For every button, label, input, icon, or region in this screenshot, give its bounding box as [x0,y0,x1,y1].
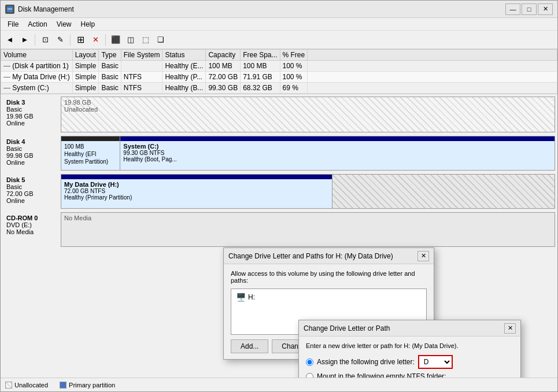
vol-layout: Simple [72,72,99,83]
titlebar-buttons: — □ ✕ [505,3,553,15]
forward-button[interactable]: ► [18,33,32,47]
disk-4-partitions: 100 MBHealthy (EFI System Partition) Sys… [61,136,555,171]
statusbar: Unallocated Primary partition [1,378,557,391]
vol-layout: Simple [72,61,99,72]
disk-5-data[interactable]: My Data Drive (H:) 72.00 GB NTFS Healthy… [61,175,332,208]
vol-status: Healthy (B... [162,83,206,94]
disk-4-efi[interactable]: 100 MBHealthy (EFI System Partition) [61,136,120,170]
drive-letter-select[interactable]: D E F G [418,355,453,369]
col-layout: Layout [72,50,99,61]
disk-3-unallocated[interactable]: 19.98 GBUnallocated [61,97,555,132]
dialog2-description: Enter a new drive letter or path for H: … [306,342,513,349]
vol-pctfree: 69 % [280,83,308,94]
assign-drive-letter-radio[interactable] [306,358,313,366]
col-freespace: Free Spa... [241,50,280,61]
legend-primary: Primary partition [60,382,115,389]
menu-view[interactable]: View [52,19,76,29]
toolbar-btn-8[interactable]: ◫ [124,33,138,47]
app-icon [5,5,14,14]
col-extra [308,50,557,61]
vol-name: — My Data Drive (H:) [1,72,73,83]
minimize-button[interactable]: — [505,3,520,15]
cdrom-no-media: No Media [61,213,555,246]
disk-4-system[interactable]: System (C:) 99.30 GB NTFS Healthy (Boot,… [120,136,555,170]
disk-4-row: Disk 4 Basic 99.98 GB Online 100 MBHealt… [3,136,555,171]
dialog2-titlebar: Change Drive Letter or Path ✕ [299,320,520,336]
add-button[interactable]: Add... [231,339,268,353]
vol-type: Basic [99,61,121,72]
close-button[interactable]: ✕ [538,3,553,15]
main-window: Disk Management — □ ✕ File Action View H… [0,0,558,392]
vol-layout: Simple [72,83,99,94]
vol-pctfree: 100 % [280,61,308,72]
dialog2-title: Change Drive Letter or Path [304,324,390,332]
vol-fs: NTFS [121,83,162,94]
window-title: Disk Management [18,5,74,13]
dialog2-close-button[interactable]: ✕ [504,323,516,334]
back-button[interactable]: ◄ [3,33,17,47]
col-status: Status [162,50,206,61]
legend-unallocated: Unallocated [5,382,48,389]
unalloc-legend-icon [5,382,12,389]
menu-file[interactable]: File [3,19,23,29]
radio-row-mount: Mount in the following empty NTFS folder… [306,372,513,378]
toolbar-btn-3[interactable]: ⊡ [38,33,52,47]
path-item-label: H: [248,293,255,301]
disk-5-row: Disk 5 Basic 72.00 GB Online My Data Dri… [3,174,555,209]
toolbar-btn-6[interactable]: ✕ [88,33,102,47]
volume-table: Volume Layout Type File System Status Ca… [1,49,557,94]
toolbar-btn-4[interactable]: ✎ [53,33,67,47]
dialog-change-drive-letter-path: Change Drive Letter or Path ✕ Enter a ne… [298,320,521,378]
col-filesystem: File System [121,50,162,61]
col-pctfree: % Free [280,50,308,61]
vol-capacity: 99.30 GB [206,83,241,94]
radio-row-assign: Assign the following drive letter: D E F… [306,355,513,369]
disk-3-partitions: 19.98 GBUnallocated [61,97,555,132]
vol-fs: NTFS [121,72,162,83]
maximize-button[interactable]: □ [522,3,537,15]
vol-name: — System (C:) [1,83,73,94]
menu-help[interactable]: Help [76,19,100,29]
dialog1-description: Allow access to this volume by using the… [231,270,427,284]
primary-legend-label: Primary partition [69,382,115,389]
toolbar-btn-5[interactable]: ⊞ [73,33,87,47]
titlebar: Disk Management — □ ✕ [1,1,557,18]
toolbar-btn-9[interactable]: ⬚ [139,33,153,47]
dialog1-close-button[interactable]: ✕ [417,251,429,261]
vol-type: Basic [99,72,121,83]
col-type: Type [99,50,121,61]
table-row[interactable]: — (Disk 4 partition 1) Simple Basic Heal… [1,61,557,72]
toolbar-btn-7[interactable]: ⬛ [109,33,123,47]
table-row[interactable]: — System (C:) Simple Basic NTFS Healthy … [1,83,557,94]
table-row[interactable]: — My Data Drive (H:) Simple Basic NTFS H… [1,72,557,83]
vol-fs [121,61,162,72]
menubar: File Action View Help [1,18,557,31]
primary-legend-icon [60,382,66,389]
dialog1-titlebar: Change Drive Letter and Paths for H: (My… [224,248,434,264]
unalloc-legend-label: Unallocated [14,382,48,389]
drive-icon: 🖥️ [236,293,246,302]
toolbar-btn-10[interactable]: ❑ [154,33,168,47]
vol-freespace: 68.32 GB [241,83,280,94]
vol-status: Healthy (P... [162,72,206,83]
col-volume: Volume [1,50,73,61]
assign-drive-letter-label: Assign the following drive letter: [317,358,415,366]
vol-capacity: 100 MB [206,61,241,72]
vol-freespace: 71.91 GB [241,72,280,83]
path-item: 🖥️ H: [234,291,424,303]
titlebar-left: Disk Management [5,5,74,14]
volume-table-container: Volume Layout Type File System Status Ca… [1,49,557,94]
toolbar: ◄ ► ⊡ ✎ ⊞ ✕ ⬛ ◫ ⬚ ❑ [1,31,557,49]
vol-freespace: 100 MB [241,61,280,72]
menu-action[interactable]: Action [23,19,51,29]
toolbar-sep-1 [35,34,35,46]
vol-name: — (Disk 4 partition 1) [1,61,73,72]
vol-type: Basic [99,83,121,94]
mount-ntfs-folder-radio[interactable] [306,373,313,378]
dialog2-body: Enter a new drive letter or path for H: … [299,336,520,378]
cdrom-0-partitions: No Media [61,212,555,247]
disk-5-unallocated[interactable] [332,175,555,208]
vol-capacity: 72.00 GB [206,72,241,83]
disk-4-label: Disk 4 Basic 99.98 GB Online [3,136,61,171]
vol-pctfree: 100 % [280,72,308,83]
